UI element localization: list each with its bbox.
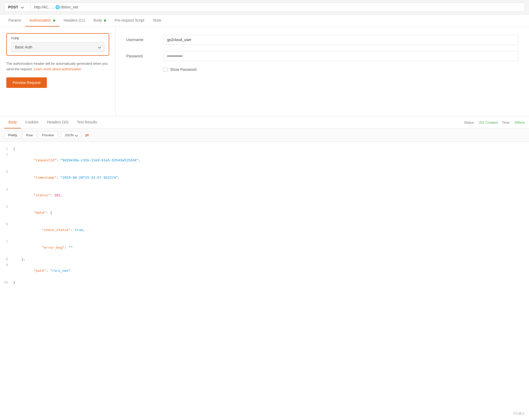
password-input[interactable]	[163, 51, 518, 61]
response-tab-body[interactable]: Body	[4, 116, 21, 128]
code-line-9: 9 "path": "/src_net"	[0, 262, 529, 280]
content-area: TYPE Basic Auth The authorization header…	[0, 27, 529, 116]
tab-pre-request-script[interactable]: Pre-request Script	[110, 14, 148, 27]
tab-body[interactable]: Body	[89, 14, 111, 27]
format-select[interactable]: JSON	[61, 131, 81, 139]
response-tabs: Body Cookies Headers (10) Test Results S…	[0, 116, 529, 129]
type-select-dropdown[interactable]: Basic Auth	[11, 42, 104, 52]
code-line-7: 7 "error_msg": ""	[0, 239, 529, 257]
code-line-5: 5 "data": {	[0, 204, 529, 222]
format-chevron-icon	[75, 134, 78, 137]
show-password-row: Show Password	[163, 67, 518, 72]
code-line-2: 2 "requestId": "9d20e39e-c31b-11e9-b1a5-…	[0, 152, 529, 169]
code-line-4: 4 "status": 201,	[0, 187, 529, 204]
code-line-3: 3 "timestamp": "2019-08-20T15:24:57.9222…	[0, 169, 529, 187]
learn-more-link[interactable]: Learn more about authorization	[34, 67, 81, 71]
method-dropdown-icon	[21, 6, 24, 8]
auth-right-panel: Username Password Show Password	[116, 27, 529, 116]
type-label: TYPE	[11, 37, 104, 40]
type-chevron-icon	[98, 46, 101, 48]
preview-request-button[interactable]: Preview Request	[6, 77, 47, 88]
username-row: Username	[126, 35, 518, 45]
method-label: POST	[8, 5, 18, 9]
wrap-icon[interactable]: ⇌	[85, 132, 89, 138]
tab-headers[interactable]: Headers (11)	[59, 14, 89, 27]
auth-description: The authorization header will be automat…	[6, 61, 109, 72]
username-label: Username	[126, 38, 163, 42]
response-tab-cookies[interactable]: Cookies	[21, 116, 43, 128]
url-bar: POST	[0, 0, 529, 14]
code-line-10: 10 }	[0, 280, 529, 286]
status-value: 201 Created	[479, 121, 498, 124]
time-label: Time:	[502, 121, 510, 124]
view-options: Pretty Raw Preview JSON ⇌	[0, 129, 529, 142]
status-label: Status:	[464, 121, 475, 124]
code-line-6: 6 "check_status": true,	[0, 222, 529, 239]
pretty-button[interactable]: Pretty	[4, 131, 21, 139]
tab-tests[interactable]: Tests	[148, 14, 166, 27]
type-select-value: Basic Auth	[15, 45, 32, 49]
username-input[interactable]	[163, 35, 518, 45]
show-password-label: Show Password	[170, 67, 196, 72]
auth-left-panel: TYPE Basic Auth The authorization header…	[0, 27, 116, 116]
response-tab-test-results[interactable]: Test Results	[73, 116, 101, 128]
tab-params[interactable]: Params	[4, 14, 25, 27]
method-selector[interactable]: POST	[4, 3, 31, 12]
format-label: JSON	[64, 133, 74, 137]
response-tabs-left: Body Cookies Headers (10) Test Results	[4, 116, 101, 128]
password-row: Password	[126, 51, 518, 61]
response-status: Status: 201 Created Time: 595ms	[464, 117, 525, 128]
tab-authorization[interactable]: Authorization	[25, 14, 59, 27]
type-box: TYPE Basic Auth	[6, 33, 109, 56]
time-value: 595ms	[515, 121, 525, 124]
code-line-1: 1 {	[0, 146, 529, 152]
show-password-checkbox[interactable]	[163, 67, 167, 72]
body-dot	[104, 19, 106, 22]
raw-button[interactable]: Raw	[22, 131, 37, 139]
code-area: 1 { 2 "requestId": "9d20e39e-c31b-11e9-b…	[0, 142, 529, 290]
code-line-8: 8 },	[0, 257, 529, 262]
response-tab-headers[interactable]: Headers (10)	[43, 116, 73, 128]
authorization-dot	[53, 19, 55, 22]
url-input[interactable]	[31, 3, 525, 12]
request-tabs: Params Authorization Headers (11) Body P…	[0, 14, 529, 27]
password-label: Password	[126, 54, 163, 58]
preview-button[interactable]: Preview	[38, 131, 58, 139]
